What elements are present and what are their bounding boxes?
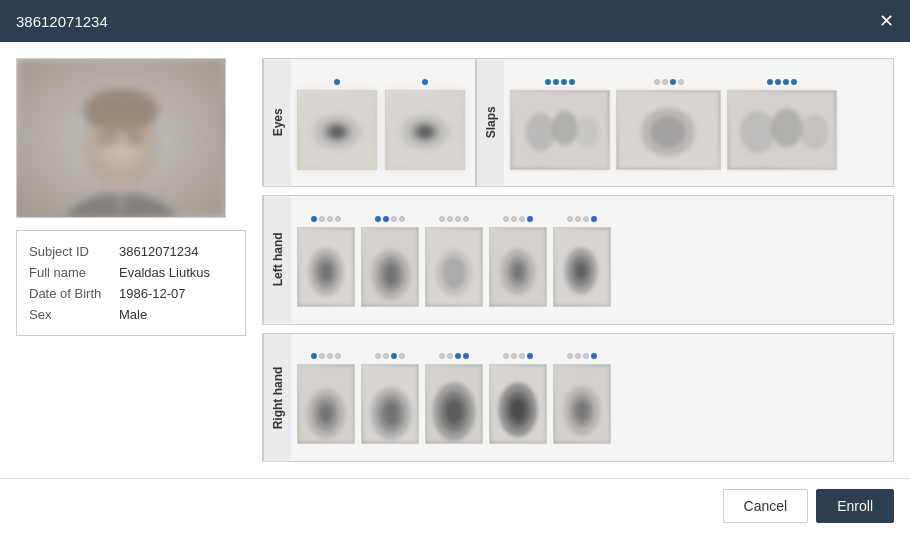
subject-id-row: Subject ID 38612071234: [29, 241, 233, 262]
close-button[interactable]: ✕: [879, 12, 894, 30]
dot: [569, 79, 575, 85]
subject-id-label: Subject ID: [29, 244, 119, 259]
eye-item-1: [297, 76, 377, 170]
rfinger-3-dots: [425, 350, 483, 362]
dot: [311, 216, 317, 222]
right-hand-section: Right hand: [262, 333, 894, 462]
eyes-items: [291, 59, 476, 186]
finger-2-dots: [361, 213, 419, 225]
svg-point-28: [771, 108, 802, 147]
eye-image-2: [385, 90, 465, 170]
dot: [311, 353, 317, 359]
svg-point-27: [740, 110, 775, 153]
dot: [503, 353, 509, 359]
finger-item-5: [553, 213, 611, 307]
dot: [561, 79, 567, 85]
slap-image-2: [616, 90, 721, 170]
full-name-value: Evaldas Liutkus: [119, 265, 210, 280]
finger-item-2: [361, 213, 419, 307]
dot: [422, 79, 428, 85]
slap-item-3: [727, 76, 837, 170]
dot: [567, 353, 573, 359]
dot: [319, 353, 325, 359]
dot: [391, 216, 397, 222]
dot: [575, 216, 581, 222]
svg-point-22: [576, 116, 599, 147]
fingerprint-3: [425, 227, 483, 307]
svg-point-4: [83, 88, 158, 132]
dot: [767, 79, 773, 85]
sex-label: Sex: [29, 307, 119, 322]
fingerprint-1: [297, 227, 355, 307]
dot: [383, 353, 389, 359]
svg-point-56: [383, 402, 398, 425]
slap-image-3: [727, 90, 837, 170]
rfinger-1-dots: [297, 350, 355, 362]
slap-item-1: [510, 76, 610, 170]
fingerprint-2: [361, 227, 419, 307]
rfingerprint-3: [425, 364, 483, 444]
eye-image-1: [297, 90, 377, 170]
rfinger-item-1: [297, 350, 355, 444]
cancel-button[interactable]: Cancel: [723, 489, 809, 523]
eye-2-dots: [385, 76, 465, 88]
dot: [591, 216, 597, 222]
svg-point-40: [442, 256, 465, 289]
rfingerprint-2: [361, 364, 419, 444]
rfinger-item-5: [553, 350, 611, 444]
modal-header: 38612071234 ✕: [0, 0, 910, 42]
dot: [463, 216, 469, 222]
svg-point-52: [319, 404, 333, 423]
dob-value: 1986-12-07: [119, 286, 186, 301]
svg-point-68: [575, 401, 589, 420]
slaps-label: Slaps: [476, 59, 504, 186]
rfinger-5-dots: [553, 350, 611, 362]
modal-container: 38612071234 ✕: [0, 0, 910, 533]
right-hand-items: [291, 334, 893, 461]
slaps-items: [504, 59, 893, 186]
left-hand-label: Left hand: [263, 196, 291, 323]
fingerprint-4: [489, 227, 547, 307]
slap-2-dots: [616, 76, 721, 88]
dot: [575, 353, 581, 359]
dot: [662, 79, 668, 85]
enroll-button[interactable]: Enroll: [816, 489, 894, 523]
finger-4-dots: [489, 213, 547, 225]
finger-1-dots: [297, 213, 355, 225]
eye-item-2: [385, 76, 465, 170]
modal-footer: Cancel Enroll: [0, 478, 910, 533]
rfinger-item-4: [489, 350, 547, 444]
right-hand-label: Right hand: [263, 334, 291, 461]
dob-label: Date of Birth: [29, 286, 119, 301]
dot: [391, 353, 397, 359]
dot: [567, 216, 573, 222]
dot: [783, 79, 789, 85]
finger-3-dots: [425, 213, 483, 225]
rfinger-4-dots: [489, 350, 547, 362]
dot: [591, 353, 597, 359]
subject-photo: [16, 58, 226, 218]
left-panel: Subject ID 38612071234 Full name Evaldas…: [16, 58, 246, 462]
svg-point-21: [552, 110, 577, 145]
svg-point-20: [526, 112, 555, 151]
eye-1-dots: [297, 76, 377, 88]
rfinger-item-2: [361, 350, 419, 444]
dot: [319, 216, 325, 222]
fingerprint-5: [553, 227, 611, 307]
modal-title: 38612071234: [16, 13, 108, 30]
dot: [654, 79, 660, 85]
svg-point-33: [319, 262, 333, 281]
dot: [511, 216, 517, 222]
dot: [583, 216, 589, 222]
sex-value: Male: [119, 307, 147, 322]
dot: [553, 79, 559, 85]
dot: [511, 353, 517, 359]
svg-point-25: [650, 116, 685, 147]
dot: [519, 353, 525, 359]
dot: [503, 216, 509, 222]
svg-point-29: [801, 114, 828, 149]
dot: [463, 353, 469, 359]
dot: [545, 79, 551, 85]
slap-3-dots: [727, 76, 837, 88]
eyes-label: Eyes: [263, 59, 291, 186]
